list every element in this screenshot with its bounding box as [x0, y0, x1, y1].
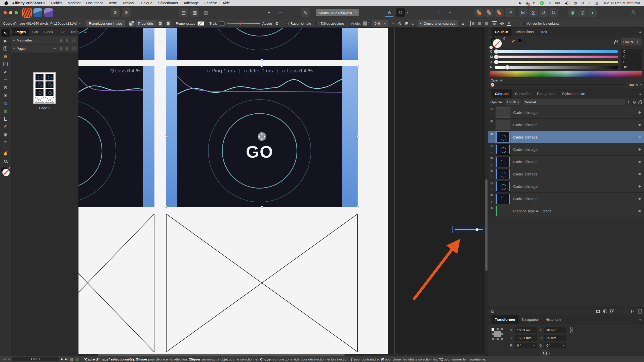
close-window-button[interactable] — [4, 11, 7, 14]
fill-color-well[interactable] — [493, 39, 502, 48]
expand-chevron-icon[interactable]: › — [491, 139, 492, 142]
apple-menu-icon[interactable] — [5, 1, 8, 5]
color-slider-track[interactable] — [494, 50, 618, 53]
layer-row[interactable]: ⊠ ≣ › Cadre d'image — [488, 156, 644, 168]
stroke-width-slider[interactable] — [227, 23, 260, 24]
spotlight-menu-icon[interactable]: ⌕ — [588, 1, 590, 5]
rotate-cw-icon[interactable]: ↻ — [549, 8, 558, 17]
boolean-divide-icon[interactable]: ◐ — [588, 8, 597, 17]
pages-chevron-icon[interactable]: ▾ — [13, 47, 15, 50]
menu-clock[interactable]: Tue 13 Dec at 15:21:50 — [603, 1, 640, 5]
align-bottom-icon[interactable] — [507, 21, 511, 26]
align-top-icon[interactable] — [492, 21, 497, 26]
panel-tab[interactable]: Échantillons — [511, 28, 537, 36]
insert-inside-icon[interactable]: ⍿ — [434, 8, 443, 17]
document-canvas[interactable]: ⊙Loss 6,4 % ⊙Ping 1 ms | ⊙Jitter 0 ms | … — [78, 28, 488, 356]
horizontal-scrollbar[interactable] — [78, 354, 485, 356]
selection-handle-mid-right[interactable] — [356, 135, 359, 138]
layer-row[interactable]: ⊠ ≣ › Cadre d'image — [488, 180, 644, 193]
delete-master-icon[interactable]: ⌧ — [72, 38, 76, 42]
stats-menu-icon[interactable]: ♟ — [518, 1, 521, 5]
panel-tab[interactable]: Navigateur — [519, 315, 542, 324]
document-tab[interactable]: <Sans titre> (200.0%) * — [316, 9, 359, 16]
layer-visibility-dot[interactable] — [638, 210, 641, 212]
user-menu-icon[interactable]: ⊙ — [581, 1, 584, 5]
align-middle-icon[interactable] — [500, 21, 504, 26]
angle-value-dropdown[interactable]: 0 %▾ — [372, 20, 388, 27]
selection-handle-top-center[interactable] — [261, 65, 263, 67]
mask-layer-icon[interactable] — [596, 310, 600, 313]
color-slider-knob[interactable] — [494, 60, 499, 64]
boolean-subtract-icon[interactable]: ◎ — [578, 8, 587, 17]
height-field[interactable]: 65 mm — [544, 335, 566, 341]
pages-section-row[interactable]: ▾ Pages ≔ ⊞ ⧉ ⌧ — [11, 44, 78, 53]
angle-swatch[interactable] — [363, 21, 367, 26]
blend-mode-dropdown[interactable]: Normal — [523, 99, 625, 105]
gear-red-icon[interactable]: ⚙ — [122, 8, 131, 17]
rotation-field[interactable]: 0 °▾ — [515, 343, 537, 348]
delete-page-icon[interactable]: ⌧ — [72, 47, 76, 51]
properties-button[interactable]: Propriétés — [135, 20, 156, 27]
color-slider-value[interactable]: 0 — [621, 49, 642, 54]
slider-knob[interactable] — [476, 228, 478, 231]
selection-handle-top-right[interactable] — [356, 65, 359, 67]
layer-thumbnail[interactable] — [496, 169, 510, 179]
menu-item[interactable]: Document — [86, 1, 103, 5]
blend-gear-icon[interactable]: ⚙ — [633, 100, 636, 105]
layer-label[interactable]: Cadre d'image — [513, 135, 638, 139]
panel-grip-icon[interactable]: ‖ — [488, 28, 492, 36]
stroke-gear-icon[interactable]: ⚙ — [275, 21, 278, 26]
selection-rotation-handle[interactable] — [261, 59, 263, 61]
layer-visibility-dot[interactable] — [638, 173, 641, 175]
expand-chevron-icon[interactable]: › — [491, 151, 492, 154]
menu-item[interactable]: Sélectionner — [158, 1, 178, 5]
vertical-scrollbar[interactable] — [485, 28, 488, 354]
panel-tab[interactable]: Caractère — [512, 89, 534, 98]
empty-picture-frame-left[interactable] — [78, 214, 154, 352]
account-person-icon[interactable] — [628, 8, 637, 17]
layer-thumbnail[interactable] — [496, 206, 510, 216]
horizontal-scrollbar-thumb[interactable] — [98, 354, 345, 356]
gear-green-icon[interactable]: ⚙ — [111, 8, 120, 17]
layer-row[interactable]: ⊠ ≣ › Cadre d'image — [488, 131, 644, 143]
panel-tab[interactable]: Trait — [537, 28, 550, 36]
stroke-style-value[interactable]: Aucun — [262, 22, 272, 25]
panel-menu-icon[interactable]: ≡ — [637, 89, 644, 98]
control-center-menu-icon[interactable]: ◫ — [595, 1, 598, 5]
fields-icon[interactable]: ≔ — [276, 8, 285, 17]
panel-tab[interactable]: Transformer — [492, 315, 519, 324]
opacity-value[interactable]: 100 % — [628, 83, 638, 87]
text-flow-icon[interactable]: A — [385, 8, 394, 17]
move-tool[interactable]: ↖ — [1, 29, 10, 37]
color-picker-tool[interactable]: ≡ — [1, 138, 10, 146]
rotate-ccw-icon[interactable]: ↺ — [539, 8, 548, 17]
last-page-icon[interactable]: ▶| — [65, 357, 67, 361]
panel-tab[interactable]: Historique — [542, 315, 565, 324]
move-widget[interactable] — [258, 132, 266, 141]
layer-label[interactable]: Cadre d'image — [513, 160, 638, 164]
color-slider-track[interactable] — [494, 61, 618, 64]
panel-grip-icon[interactable]: ‖ — [488, 89, 492, 98]
angle-stepper[interactable]: ▲▼ — [368, 21, 370, 25]
adjustment-layer-icon[interactable] — [603, 309, 607, 313]
scale-to-fill-icon[interactable]: ⊞ — [165, 20, 171, 27]
lock-icon[interactable] — [614, 41, 618, 44]
pages-asset-tool[interactable]: ▥ — [1, 107, 10, 115]
selection-handle-bottom-left[interactable] — [165, 206, 167, 208]
rotation-center-icon[interactable]: ⌖ — [392, 21, 394, 26]
guides-icon[interactable]: ⌖ — [265, 8, 274, 17]
shear-field[interactable]: 0 °▾ — [544, 343, 566, 348]
align-center-icon[interactable] — [477, 21, 482, 26]
rectangle-picture-frame-tool[interactable]: ⊠ — [1, 84, 10, 92]
focus-menu-icon[interactable]: ⊘ — [533, 1, 536, 5]
tile-top-center[interactable] — [177, 28, 342, 60]
expand-chevron-icon[interactable]: › — [491, 200, 492, 203]
layer-thumbnail[interactable] — [496, 107, 510, 118]
layer-visibility-dot[interactable] — [638, 198, 641, 200]
move-forward-icon[interactable] — [485, 8, 494, 17]
expand-chevron-icon[interactable]: › — [491, 163, 492, 166]
layer-lock-icon[interactable] — [638, 102, 642, 104]
delete-layer-icon[interactable] — [638, 310, 641, 313]
style-brush-tool[interactable]: ✐ — [1, 123, 10, 130]
selection-handle-top-left[interactable] — [165, 65, 167, 67]
